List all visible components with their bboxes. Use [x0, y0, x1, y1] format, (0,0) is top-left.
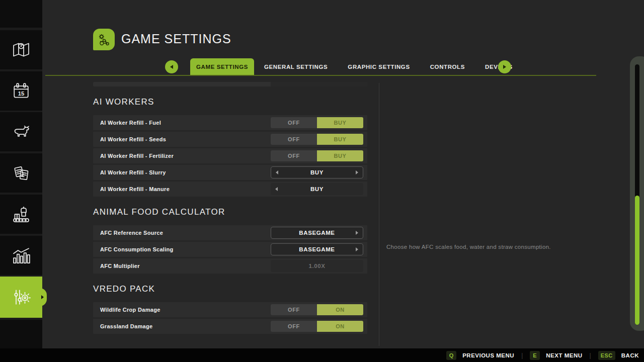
toggle-on-button[interactable]: ON — [317, 321, 363, 332]
tabs-prev-button[interactable] — [165, 60, 178, 73]
readonly-value-box: 1.00X — [271, 260, 363, 272]
sidebar-item-statistics[interactable] — [0, 236, 42, 275]
tab-underline — [45, 75, 596, 76]
setting-row: AI Worker Refill - ManureBUY — [93, 182, 367, 197]
scrollbar-track[interactable] — [635, 64, 639, 325]
toggle-off-button[interactable]: OFF — [271, 117, 317, 128]
key-hint-next-menu: ENEXT MENU — [530, 351, 582, 360]
toggle-on-button[interactable]: BUY — [317, 150, 363, 161]
setting-row: AI Worker Refill - SeedsOFFBUY — [93, 132, 367, 147]
toggle-group: OFFON — [271, 321, 363, 332]
stepper-value: BASEGAME — [299, 230, 335, 236]
stepper-value: BUY — [310, 186, 324, 192]
toggle-on-button[interactable]: BUY — [317, 134, 363, 145]
hint-label: BACK — [621, 352, 639, 358]
tab-general-settings[interactable]: GENERAL SETTINGS — [254, 58, 338, 75]
toggle-control: OFFON — [271, 304, 363, 315]
value-display: 1.00X — [271, 260, 363, 272]
tab-controls[interactable]: CONTROLS — [420, 58, 475, 75]
toggle-off-button[interactable]: OFF — [271, 321, 317, 332]
hint-separator: | — [521, 352, 523, 359]
statistics-icon — [11, 245, 31, 265]
toggle-on-button[interactable]: ON — [317, 304, 363, 315]
sidebar-item-production[interactable] — [0, 195, 42, 234]
toggle-on-button[interactable]: BUY — [317, 117, 363, 128]
hint-label: NEXT MENU — [546, 352, 582, 358]
panel-divider — [379, 83, 379, 346]
stepper-box[interactable]: BASEGAME — [271, 243, 363, 255]
clipped-row — [93, 82, 367, 86]
toggle-off-button[interactable]: OFF — [271, 134, 317, 145]
tab-bar: GAME SETTINGSGENERAL SETTINGSGRAPHIC SET… — [190, 58, 523, 75]
toggle-group: OFFBUY — [271, 117, 363, 128]
setting-row: AFC Reference SourceBASEGAME — [93, 225, 367, 240]
key-hint-previous-menu: QPREVIOUS MENU — [446, 351, 514, 360]
stepper-box[interactable]: BUY — [271, 166, 363, 178]
scrollbar-thumb[interactable] — [635, 196, 639, 325]
sidebar-blank-tile — [0, 320, 42, 348]
setting-row: AI Worker Refill - FuelOFFBUY — [93, 115, 367, 130]
footer-hints-bar: QPREVIOUS MENU|ENEXT MENU|ESCBACK — [0, 348, 644, 362]
key-hint-back: ESCBACK — [598, 351, 639, 360]
sidebar-item-settings[interactable] — [0, 277, 42, 318]
toggle-control: OFFBUY — [271, 134, 363, 145]
stepper-left-arrow-icon[interactable] — [275, 187, 278, 191]
keycap: ESC — [598, 351, 615, 360]
stepper-left-arrow-icon[interactable] — [276, 170, 278, 174]
setting-row: Wildlife Crop DamageOFFON — [93, 302, 367, 317]
stepper-control[interactable]: BASEGAME — [271, 243, 363, 255]
toggle-control: OFFBUY — [271, 150, 363, 161]
right-arrow-icon — [503, 65, 506, 69]
setting-label: AI Worker Refill - Manure — [100, 186, 170, 192]
sidebar: 15 — [0, 0, 42, 348]
readonly-value: 1.00X — [308, 263, 325, 269]
animals-icon — [11, 122, 31, 142]
setting-label: AFC Reference Source — [100, 230, 163, 236]
tab-graphic-settings[interactable]: GRAPHIC SETTINGS — [338, 58, 420, 75]
stepper-box[interactable]: BUY — [271, 183, 363, 195]
setting-row: AI Worker Refill - SlurryBUY — [93, 165, 367, 180]
scrollbar — [630, 56, 644, 331]
calendar-icon: 15 — [11, 81, 31, 101]
help-text: Choose how AFC scales food, water and st… — [386, 244, 598, 250]
setting-label: AFC Multiplier — [100, 263, 140, 269]
toggle-off-button[interactable]: OFF — [271, 150, 317, 161]
toggle-group: OFFBUY — [271, 150, 363, 161]
setting-row: AFC Multiplier1.00X — [93, 258, 367, 274]
clipped-row-control — [271, 82, 367, 86]
setting-label: AFC Consumption Scaling — [100, 246, 174, 252]
game-settings-screen: 15 GAME SETTINGS GAME SETTINGSGENERAL SE… — [0, 0, 644, 362]
section-title: VREDO PACK — [93, 283, 367, 296]
stepper-value: BASEGAME — [299, 246, 335, 252]
production-icon — [11, 204, 31, 224]
setting-label: Grassland Damage — [100, 323, 152, 329]
setting-row: AI Worker Refill - FertilizerOFFBUY — [93, 148, 367, 163]
toggle-off-button[interactable]: OFF — [271, 304, 317, 315]
map-icon — [11, 40, 31, 60]
stepper-control[interactable]: BASEGAME — [271, 227, 363, 239]
setting-row: AFC Consumption ScalingBASEGAME — [93, 242, 367, 257]
stepper-right-arrow-icon[interactable] — [356, 247, 358, 251]
contracts-icon — [11, 163, 31, 183]
sidebar-item-animals[interactable] — [0, 112, 42, 151]
toggle-group: OFFON — [271, 304, 363, 315]
section-title: ANIMAL FOOD CALCULATOR — [93, 206, 367, 219]
stepper-control[interactable]: BUY — [271, 183, 363, 195]
stepper-right-arrow-icon[interactable] — [356, 231, 358, 235]
game-settings-icon — [93, 29, 115, 50]
sidebar-blank-tile — [0, 0, 42, 28]
stepper-right-arrow-icon[interactable] — [356, 170, 358, 174]
keycap: E — [530, 351, 540, 360]
setting-label: AI Worker Refill - Seeds — [100, 136, 166, 142]
sidebar-item-contracts[interactable] — [0, 153, 42, 193]
tabs-next-button[interactable] — [498, 60, 511, 73]
hint-separator: | — [590, 352, 591, 359]
sidebar-item-calendar[interactable]: 15 — [0, 71, 42, 111]
stepper-value: BUY — [310, 169, 324, 175]
settings-content: AI WORKERSAI Worker Refill - FuelOFFBUYA… — [93, 82, 367, 335]
tab-game-settings[interactable]: GAME SETTINGS — [190, 58, 254, 75]
sidebar-item-map[interactable] — [0, 30, 42, 69]
stepper-box[interactable]: BASEGAME — [271, 227, 363, 239]
page-title: GAME SETTINGS — [121, 32, 231, 46]
stepper-control[interactable]: BUY — [271, 166, 363, 178]
